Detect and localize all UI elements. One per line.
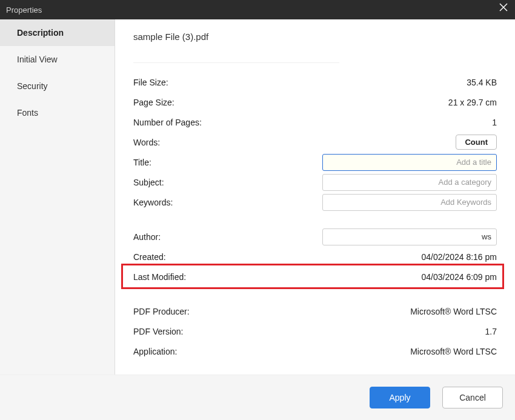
close-icon[interactable] <box>499 3 508 13</box>
pages-label: Number of Pages: <box>133 118 202 127</box>
tab-fonts[interactable]: Fonts <box>0 99 115 126</box>
row-title: Title: <box>133 152 497 172</box>
content-panel: sample File (3).pdf File Size: 35.4 KB P… <box>115 19 515 375</box>
titlebar: Properties <box>0 0 515 19</box>
row-words: Words: Count <box>133 132 497 152</box>
file-name: sample File (3).pdf <box>133 30 497 45</box>
spacer <box>133 212 497 227</box>
words-label: Words: <box>133 138 160 147</box>
file-name-area <box>133 45 339 62</box>
application-label: Application: <box>133 347 177 356</box>
row-subject: Subject: <box>133 172 497 192</box>
keywords-label: Keywords: <box>133 198 173 207</box>
last-modified-value: 04/03/2024 6:09 pm <box>421 272 497 282</box>
row-keywords: Keywords: <box>133 192 497 212</box>
subject-label: Subject: <box>133 178 164 187</box>
cancel-button[interactable]: Cancel <box>442 387 503 408</box>
count-button[interactable]: Count <box>456 135 497 150</box>
row-application: Application: Microsoft® Word LTSC <box>133 341 497 361</box>
tab-label: Description <box>17 28 64 38</box>
window-title: Properties <box>6 5 42 15</box>
row-file-size: File Size: 35.4 KB <box>133 72 497 92</box>
page-size-value: 21 x 29.7 cm <box>448 98 497 107</box>
producer-value: Microsoft® Word LTSC <box>410 307 497 316</box>
sidebar: Description Initial View Security Fonts <box>0 19 115 375</box>
file-size-value: 35.4 KB <box>467 78 497 87</box>
row-page-size: Page Size: 21 x 29.7 cm <box>133 92 497 112</box>
tab-security[interactable]: Security <box>0 73 115 99</box>
title-input[interactable] <box>322 154 497 171</box>
subject-input[interactable] <box>322 174 497 191</box>
row-last-modified: Last Modified: 04/03/2024 6:09 pm <box>133 267 497 287</box>
pages-value: 1 <box>492 118 497 127</box>
version-label: PDF Version: <box>133 327 183 336</box>
author-label: Author: <box>133 232 161 242</box>
application-value: Microsoft® Word LTSC <box>410 347 497 356</box>
row-pages: Number of Pages: 1 <box>133 112 497 132</box>
row-created: Created: 04/02/2024 8:16 pm <box>133 247 497 267</box>
row-author: Author: <box>133 227 497 247</box>
tab-label: Fonts <box>17 108 38 118</box>
last-modified-label: Last Modified: <box>133 272 186 282</box>
file-size-label: File Size: <box>133 78 168 87</box>
tab-label: Security <box>17 81 48 91</box>
page-size-label: Page Size: <box>133 98 174 107</box>
producer-label: PDF Producer: <box>133 307 190 316</box>
created-label: Created: <box>133 252 166 262</box>
row-pdf-producer: PDF Producer: Microsoft® Word LTSC <box>133 301 497 321</box>
tab-description[interactable]: Description <box>0 19 115 46</box>
tab-initial-view[interactable]: Initial View <box>0 46 115 73</box>
keywords-input[interactable] <box>322 194 497 211</box>
dialog-body: Description Initial View Security Fonts … <box>0 19 515 375</box>
row-pdf-version: PDF Version: 1.7 <box>133 321 497 341</box>
version-value: 1.7 <box>485 327 497 336</box>
author-input[interactable] <box>322 228 497 245</box>
tab-label: Initial View <box>17 55 58 64</box>
footer: Apply Cancel <box>0 375 515 420</box>
spacer <box>133 287 497 301</box>
title-label: Title: <box>133 158 151 167</box>
apply-button[interactable]: Apply <box>370 387 430 408</box>
created-value: 04/02/2024 8:16 pm <box>421 252 497 262</box>
